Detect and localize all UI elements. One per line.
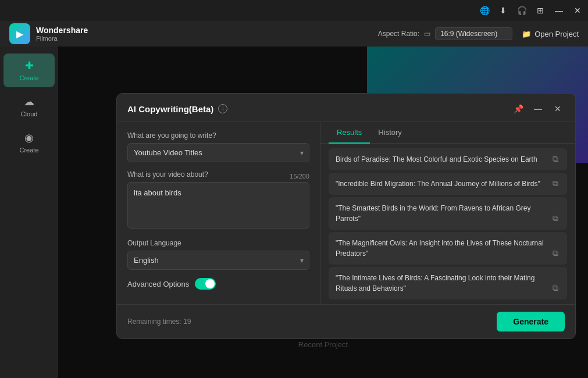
generate-button[interactable]: Generate	[497, 312, 565, 331]
tab-results[interactable]: Results	[329, 122, 370, 144]
toggle-knob	[205, 279, 215, 288]
globe-icon[interactable]: 🌐	[479, 5, 490, 16]
aspect-ratio-bar: Aspect Ratio: ▭ 16:9 (Widescreen)	[378, 27, 512, 40]
result-item-3: "The Smartest Birds in the World: From R…	[329, 197, 567, 230]
advanced-options-toggle[interactable]	[195, 278, 216, 290]
app-name-line2: Filmora	[36, 35, 88, 42]
sidebar-item-cloud[interactable]: ☁ Cloud	[3, 90, 55, 123]
remaining-times: Remaining times: 19	[127, 318, 191, 326]
result-text-2: "Incredible Bird Migration: The Annual J…	[336, 179, 560, 189]
modal-controls: 📌 — ✕	[511, 102, 565, 116]
app-name-line1: Wondershare	[36, 26, 88, 35]
about-label: What is your video about?	[127, 170, 208, 179]
tabs-row: Results History	[320, 122, 575, 144]
sidebar-item-label-cloud: Cloud	[21, 110, 38, 117]
aspect-ratio-dropdown[interactable]: 16:9 (Widescreen)	[435, 27, 512, 40]
about-field-header: What is your video about? 15/200	[127, 170, 309, 182]
download-icon[interactable]: ⬇	[497, 5, 509, 16]
ai-copywriting-modal: AI Copywriting(Beta) i 📌 — ✕ What are yo…	[116, 93, 576, 339]
create-icon: ✚	[25, 59, 34, 72]
char-count: 15/200	[290, 173, 309, 180]
cloud-icon: ☁	[24, 95, 34, 108]
result-text-5: "The Intimate Lives of Birds: A Fascinat…	[336, 273, 560, 294]
sidebar: ✚ Create ☁ Cloud ◉ Create	[0, 47, 58, 378]
main-content: Recent Project ↻ ⊞ AI Copywriting(Beta) …	[58, 47, 588, 378]
close-icon[interactable]: ✕	[572, 5, 583, 16]
right-panel: Results History Birds of Paradise: The M…	[320, 122, 575, 304]
output-language-field: Output Language English Spanish French G…	[127, 239, 309, 270]
write-type-field: What are you going to write? Youtube Vid…	[127, 131, 309, 162]
copy-button-1[interactable]: ⧉	[548, 152, 562, 166]
modal-title-group: AI Copywriting(Beta) i	[127, 104, 227, 114]
title-bar: 🌐 ⬇ 🎧 ⊞ — ✕	[0, 0, 588, 21]
modal-title: AI Copywriting(Beta)	[127, 104, 213, 114]
advanced-options-row: Advanced Options	[127, 278, 309, 290]
effects-icon: ◉	[24, 131, 34, 144]
sidebar-item-create[interactable]: ✚ Create	[3, 54, 55, 87]
sidebar-item-label-create2: Create	[19, 147, 38, 154]
open-project-button[interactable]: 📁 Open Project	[522, 30, 579, 38]
sidebar-item-label-create: Create	[19, 74, 38, 81]
about-field: What is your video about? 15/200	[127, 170, 309, 231]
header-right: Aspect Ratio: ▭ 16:9 (Widescreen) 📁 Open…	[378, 27, 579, 40]
language-dropdown-wrapper: English Spanish French German Chinese Ja…	[127, 251, 309, 270]
result-text-4: "The Magnificent Owls: An Insight into t…	[336, 238, 560, 259]
copy-button-4[interactable]: ⧉	[548, 246, 562, 260]
result-item-1: Birds of Paradise: The Most Colorful and…	[329, 148, 567, 170]
copy-button-2[interactable]: ⧉	[548, 176, 562, 190]
logo-icon: ▶	[9, 23, 30, 44]
output-language-label: Output Language	[127, 239, 309, 247]
folder-icon: 📁	[522, 30, 531, 38]
results-list: Birds of Paradise: The Most Colorful and…	[320, 144, 575, 304]
write-type-label: What are you going to write?	[127, 131, 309, 140]
left-panel: What are you going to write? Youtube Vid…	[117, 122, 320, 304]
result-item-4: "The Magnificent Owls: An Insight into t…	[329, 232, 567, 265]
about-textarea[interactable]	[127, 182, 309, 229]
aspect-ratio-icon: ▭	[424, 30, 430, 38]
modal-header: AI Copywriting(Beta) i 📌 — ✕	[117, 94, 575, 122]
result-text-3: "The Smartest Birds in the World: From R…	[336, 203, 560, 224]
modal-close-button[interactable]: ✕	[551, 102, 565, 116]
result-text-1: Birds of Paradise: The Most Colorful and…	[336, 154, 560, 165]
sidebar-item-create2[interactable]: ◉ Create	[3, 126, 55, 159]
headset-icon[interactable]: 🎧	[516, 5, 528, 16]
result-item-5: "The Intimate Lives of Birds: A Fascinat…	[329, 267, 567, 299]
write-type-dropdown-wrapper: Youtube Video Titles Video Description V…	[127, 143, 309, 162]
app-logo: ▶ Wondershare Filmora	[9, 23, 88, 44]
info-icon[interactable]: i	[218, 104, 227, 113]
write-type-dropdown[interactable]: Youtube Video Titles Video Description V…	[127, 143, 309, 162]
modal-body: What are you going to write? Youtube Vid…	[117, 122, 575, 304]
modal-minimize-button[interactable]: —	[531, 102, 545, 116]
app-header: ▶ Wondershare Filmora Aspect Ratio: ▭ 16…	[0, 21, 588, 47]
grid-icon[interactable]: ⊞	[534, 5, 546, 16]
aspect-ratio-label: Aspect Ratio:	[378, 30, 419, 38]
modal-footer: Remaining times: 19 Generate	[117, 304, 575, 338]
copy-button-5[interactable]: ⧉	[548, 281, 562, 295]
copy-button-3[interactable]: ⧉	[548, 211, 562, 225]
language-dropdown[interactable]: English Spanish French German Chinese Ja…	[127, 251, 309, 270]
advanced-options-label: Advanced Options	[127, 280, 189, 288]
pin-icon[interactable]: 📌	[511, 102, 525, 116]
tab-history[interactable]: History	[370, 122, 409, 144]
minimize-icon[interactable]: —	[553, 5, 565, 16]
result-item-2: "Incredible Bird Migration: The Annual J…	[329, 173, 567, 195]
